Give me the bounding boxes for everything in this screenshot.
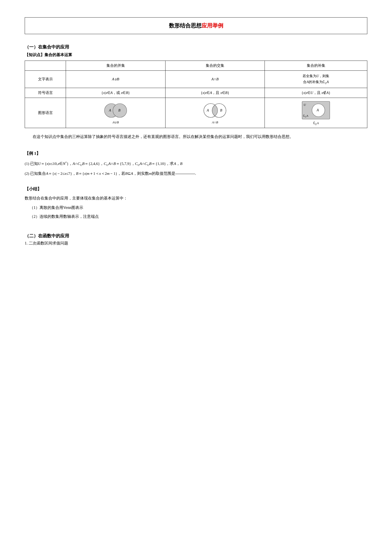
venn-complement-label: ∁UA [313, 121, 319, 126]
complement-text: 若全集为U，则集合A的补集为∁UA [265, 71, 367, 88]
section2-heading: （二）在函数中的应用 [25, 233, 367, 239]
union-text: A∪B [66, 71, 165, 88]
section1-heading: （一）在集合中的应用 [25, 44, 367, 50]
paragraph1: 在这个知识点中集合的三种运算除了抽象的符号语言描述之外，还有直观的图形语言。所以… [25, 133, 367, 140]
intersection-text: A∩B [165, 71, 265, 88]
svg-text:B: B [118, 109, 121, 112]
venn-union-cell: A B A∪B [66, 98, 165, 128]
page-title: 数形结合思想应用举例 [169, 22, 223, 29]
venn-complement-cell: U A ∁UA ∁UA [265, 98, 367, 128]
col-header-intersection: 集合的交集 [165, 61, 265, 71]
page-title-box: 数形结合思想应用举例 [25, 17, 367, 34]
title-suffix: 应用举例 [202, 22, 223, 29]
summary1-heading: 【小结】 [25, 186, 367, 192]
col-header-complement: 集合的补集 [265, 61, 367, 71]
venn-intersection-cell: A B A∩B [165, 98, 265, 128]
svg-text:B: B [220, 109, 222, 112]
row-label-text: 文字表示 [25, 71, 66, 88]
svg-text:U: U [304, 103, 306, 107]
summary1-text: 数形结合在集合中的应用，主要体现在集合的基本运算中： [25, 194, 367, 202]
summary-item2: （2）连续的数集用数轴表示，注意端点 [30, 213, 367, 221]
intersection-symbol: {x|x∈A，且 x∈B} [165, 88, 265, 98]
example1-item2: (2) 已知集合A＝{x|－2≤x≤7}，B＝{x|m＋1＜x＜2m－1}，若B… [25, 170, 367, 177]
blank-answer [175, 174, 195, 174]
svg-text:A: A [316, 108, 319, 112]
row-label-graphic: 图形语言 [25, 98, 66, 128]
complement-symbol: {x|x∈U，且 x∉A} [265, 88, 367, 98]
set-operations-table: 集合的并集 集合的交集 集合的补集 文字表示 A∪B A∩B 若全集为U，则集合… [25, 61, 367, 128]
row-label-symbol: 符号语言 [25, 88, 66, 98]
venn-union-label: A∪B [112, 120, 119, 124]
svg-text:A: A [109, 109, 111, 112]
summary-item1: （1）离散的集合用Venn图表示 [30, 204, 367, 212]
example1-heading: 【例 1】 [25, 151, 367, 156]
section2-sub1: 1. 二次函数区间求值问题 [25, 241, 367, 246]
union-symbol: {x|x∈A，或 x∈B} [66, 88, 165, 98]
knowledge-point-label: 【知识点】集合的基本运算 [25, 52, 367, 58]
svg-text:A: A [206, 109, 209, 112]
title-prefix: 数形结合思想 [169, 22, 202, 29]
example1-item1: (1) 已知U＝{x|x≤10,x∈N*}，A∩CUB＝{2,4,6}，CUA∩… [25, 160, 367, 168]
venn-intersection-label: A∩B [212, 120, 218, 124]
col-header-union: 集合的并集 [66, 61, 165, 71]
